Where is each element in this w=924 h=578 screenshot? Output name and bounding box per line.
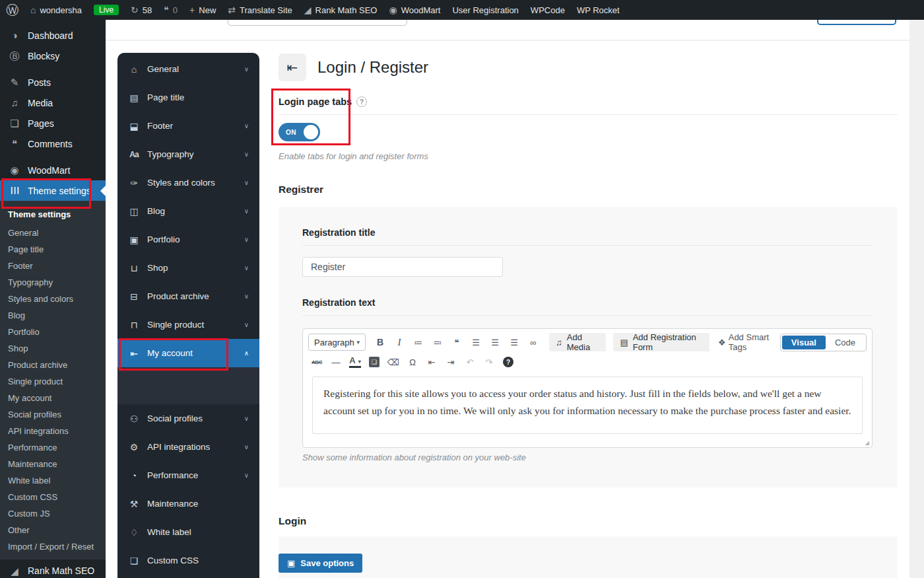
sidebar-item-pages[interactable]: ❏ Pages	[0, 113, 106, 133]
panel-item-maintenance[interactable]: ⚒ Maintenance	[117, 489, 259, 518]
sidebar-separator[interactable]	[0, 154, 106, 160]
wp-logo-menu[interactable]: Ⓦ	[0, 0, 24, 20]
submenu-title[interactable]: Theme settings	[0, 201, 106, 224]
panel-subitem-login-register[interactable]	[117, 371, 259, 384]
help-icon[interactable]: ?	[356, 96, 367, 107]
sidebar-submenu-item[interactable]: Other	[0, 521, 106, 538]
comments-menu[interactable]: ❝ 0	[158, 0, 183, 20]
panel-item-performance[interactable]: ◔ Performance ∨	[117, 461, 259, 489]
sidebar-submenu-item[interactable]: Custom CSS	[0, 488, 106, 505]
horizontal-rule-button[interactable]: —	[327, 354, 345, 370]
sidebar-item-theme-settings[interactable]: ☰ Theme settings	[0, 180, 106, 201]
panel-item-footer[interactable]: ⬓ Footer ∨	[117, 112, 259, 140]
site-name-menu[interactable]: ⌂ wondersha	[24, 0, 88, 20]
panel-item-api-integrations[interactable]: ⚙ API integrations ∨	[117, 433, 259, 461]
panel-item-page-title[interactable]: ▤ Page title	[117, 83, 259, 112]
sidebar-submenu-item[interactable]: Product archive	[0, 356, 106, 373]
strikethrough-button[interactable]: ABC	[308, 354, 325, 370]
registration-text-hint: Show some information about registration…	[302, 452, 526, 462]
new-menu[interactable]: + New	[183, 0, 222, 20]
woodmart-menu[interactable]: ◉ WoodMart	[383, 0, 446, 20]
sidebar-item-rank-math-seo[interactable]: ◢ Rank Math SEO	[0, 561, 106, 578]
panel-item-custom-css[interactable]: ❏ Custom CSS	[117, 546, 259, 575]
special-character-button[interactable]: Ω	[404, 354, 421, 370]
panel-item-product-archive[interactable]: ⊟ Product archive ∨	[117, 282, 259, 310]
sidebar-submenu-item[interactable]: API integrations	[0, 422, 106, 439]
link-button[interactable]: ∞	[525, 334, 542, 350]
help-icon: ?	[503, 357, 513, 367]
editor-resize-handle[interactable]: ◢	[865, 440, 869, 446]
panel-item-typography[interactable]: Aa Typography ∨	[117, 140, 259, 168]
panel-item-general[interactable]: ⌂ General ∨	[117, 55, 259, 83]
align-left-button[interactable]: ☰	[467, 334, 484, 350]
sidebar-item-media[interactable]: ♫ Media	[0, 92, 106, 113]
sidebar-item-woodmart[interactable]: ◉ WoodMart	[0, 160, 106, 180]
help-button[interactable]: ?	[500, 354, 517, 370]
add-media-button[interactable]: ♫ Add Media	[549, 333, 606, 351]
paste-as-text-button[interactable]: ❏	[366, 354, 383, 370]
clear-formatting-button[interactable]: ⌫	[385, 354, 402, 370]
text-color-button[interactable]: A	[346, 354, 364, 370]
translate-site-menu[interactable]: ⇄ Translate Site	[222, 0, 298, 20]
sidebar-submenu-item[interactable]: Shop	[0, 340, 106, 356]
sidebar-submenu-item[interactable]: Portfolio	[0, 323, 106, 340]
blockquote-button[interactable]: ❝	[448, 334, 465, 350]
sidebar-submenu-item[interactable]: Typography	[0, 273, 106, 290]
sidebar-submenu-item[interactable]: Page title	[0, 240, 106, 257]
italic-button[interactable]: I	[391, 334, 408, 350]
wpcode-menu[interactable]: WPCode	[525, 0, 571, 20]
typography-icon: Aa	[128, 151, 140, 159]
outdent-button[interactable]: ⇤	[423, 354, 440, 370]
panel-item-my-account[interactable]: ⇤ My account ∧	[117, 339, 259, 367]
rank-math-seo-menu[interactable]: ◢ Rank Math SEO	[298, 0, 383, 20]
sidebar-submenu-item[interactable]: Performance	[0, 439, 106, 455]
panel-item-blog[interactable]: ◫ Blog ∨	[117, 197, 259, 225]
panel-item-shop[interactable]: ⊔ Shop ∨	[117, 254, 259, 282]
sidebar-submenu-item[interactable]: My account	[0, 389, 106, 406]
sidebar-submenu-item[interactable]: Social profiles	[0, 406, 106, 422]
redo-button[interactable]: ↷	[480, 354, 498, 370]
sidebar-submenu-item[interactable]: Blog	[0, 307, 106, 323]
panel-subitem-dashboard[interactable]	[117, 384, 259, 398]
sidebar-item-comments[interactable]: ❝ Comments	[0, 133, 106, 154]
visual-tab[interactable]: Visual	[782, 336, 826, 349]
updates-menu[interactable]: ↻ 58	[125, 0, 158, 20]
bullet-list-button[interactable]: ≔	[410, 334, 427, 350]
align-center-button[interactable]: ☰	[486, 334, 504, 350]
sidebar-submenu-item[interactable]: General	[0, 224, 106, 240]
live-badge[interactable]: Live	[88, 0, 125, 20]
panel-item-portfolio[interactable]: ▣ Portfolio ∨	[117, 225, 259, 254]
sidebar-item-posts[interactable]: ✎ Posts	[0, 72, 106, 92]
login-page-tabs-toggle[interactable]: ON	[279, 123, 320, 141]
undo-button[interactable]: ↶	[461, 354, 478, 370]
panel-item-styles-and-colors[interactable]: ✑ Styles and colors ∨	[117, 168, 259, 197]
sidebar-item-dashboard[interactable]: ◑ Dashboard	[0, 25, 106, 46]
sidebar-submenu-item[interactable]: Footer	[0, 257, 106, 273]
panel-item-single-product[interactable]: ⊓ Single product ∨	[117, 310, 259, 339]
registration-text-content[interactable]: Registering for this site allows you to …	[312, 377, 863, 434]
sidebar-submenu-item[interactable]: Custom JS	[0, 505, 106, 521]
sidebar-item-blocksy[interactable]: Ⓑ Blocksy	[0, 46, 106, 66]
add-registration-form-button[interactable]: ▤ Add Registration Form	[613, 333, 710, 351]
sidebar-submenu-item[interactable]: Maintenance	[0, 455, 106, 472]
wp-rocket-menu[interactable]: WP Rocket	[571, 0, 626, 20]
user-registration-menu[interactable]: User Registration	[446, 0, 524, 20]
redo-icon: ↷	[486, 357, 493, 367]
indent-button[interactable]: ⇥	[442, 354, 459, 370]
save-options-button[interactable]: ▣ Save options	[279, 554, 362, 573]
sidebar-submenu-item[interactable]: Import / Export / Reset	[0, 538, 106, 554]
sidebar-submenu-item[interactable]: White label	[0, 472, 106, 488]
registration-title-input[interactable]	[302, 257, 503, 277]
bold-button[interactable]: B	[372, 334, 389, 350]
sidebar-separator[interactable]	[0, 66, 106, 72]
code-tab[interactable]: Code	[826, 336, 865, 349]
panel-item-white-label[interactable]: ♢ White label	[117, 518, 259, 546]
sidebar-submenu-item[interactable]: Styles and colors	[0, 290, 106, 307]
panel-item-social-profiles[interactable]: ⚇ Social profiles ∨	[117, 404, 259, 433]
numbered-list-button[interactable]: ≕	[429, 334, 446, 350]
paragraph-select[interactable]: Paragraph ▾	[308, 334, 366, 351]
sidebar-submenu-item[interactable]: Single product	[0, 373, 106, 389]
add-smart-tags-button[interactable]: ❖ Add Smart Tags	[718, 332, 778, 352]
section-header: ⇤ Login / Register	[279, 53, 898, 82]
align-right-button[interactable]: ☰	[506, 334, 523, 350]
